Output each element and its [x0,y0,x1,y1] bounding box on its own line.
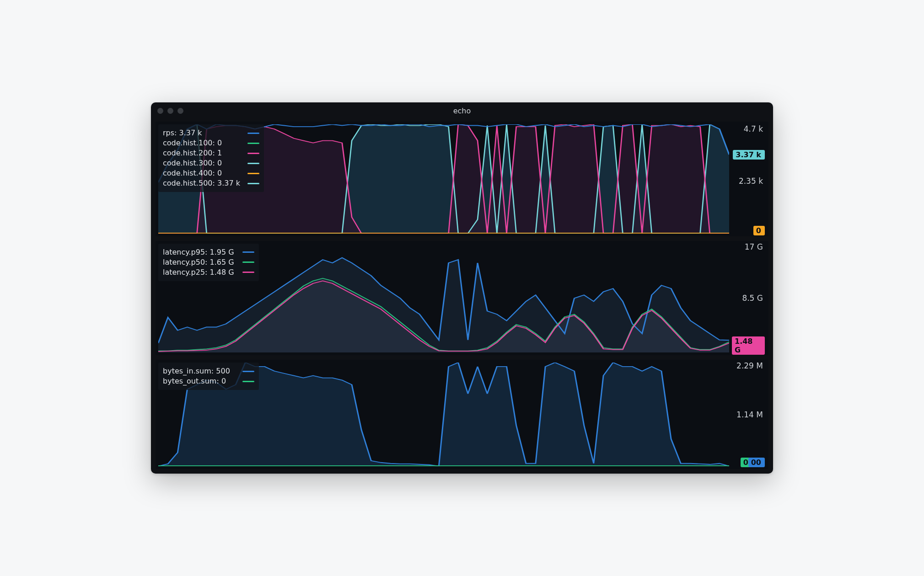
axis-badge: 3.37 k [733,150,765,160]
chart-rps-legend: rps: 3.37 kcode.hist.100: 0code.hist.200… [158,124,264,192]
legend-label: bytes_in.sum: 500 [163,366,230,376]
chart-latency: 17 G8.5 G01.48 G latency.p95: 1.95 Glate… [156,241,768,356]
axis-tick: 2.29 M [736,361,763,370]
chart-latency-axis: 17 G8.5 G01.48 G [732,244,765,353]
axis-badge: 00 [748,458,765,467]
legend-swatch [242,251,254,253]
chart-latency-legend: latency.p95: 1.95 Glatency.p50: 1.65 Gla… [158,244,259,281]
legend-row: rps: 3.37 k [163,128,259,138]
legend-swatch [242,272,254,273]
legend-row: latency.p50: 1.65 G [163,257,254,267]
legend-row: code.hist.400: 0 [163,168,259,178]
legend-label: rps: 3.37 k [163,128,202,138]
chart-rps-axis: 4.7 k2.35 k03.37 k0 [732,124,765,234]
legend-label: code.hist.500: 3.37 k [163,178,240,188]
legend-swatch [247,163,259,164]
legend-label: latency.p50: 1.65 G [163,257,234,267]
legend-row: latency.p25: 1.48 G [163,267,254,277]
legend-label: latency.p25: 1.48 G [163,267,234,277]
app-window: echo 4.7 k2.35 k03.37 k0 rps: 3.37 kcode… [151,102,773,474]
axis-tick: 17 G [745,242,763,251]
window-title: echo [151,107,773,115]
chart-bytes: 2.29 M1.14 M000 bytes_in.sum: 500bytes_o… [156,360,768,469]
legend-row: code.hist.200: 1 [163,148,259,158]
axis-tick: 8.5 G [742,293,763,303]
chart-bytes-axis: 2.29 M1.14 M000 [732,363,765,466]
legend-row: bytes_in.sum: 500 [163,366,254,376]
legend-swatch [247,143,259,144]
legend-label: latency.p95: 1.95 G [163,247,234,257]
legend-label: code.hist.400: 0 [163,168,222,178]
legend-swatch [247,183,259,184]
legend-swatch [242,381,254,382]
legend-swatch [242,261,254,263]
legend-swatch [247,173,259,174]
legend-swatch [247,133,259,134]
axis-tick: 4.7 k [744,124,763,133]
legend-row: code.hist.500: 3.37 k [163,178,259,188]
legend-row: bytes_out.sum: 0 [163,376,254,386]
legend-swatch [242,371,254,372]
axis-badge: 0 [753,226,765,235]
legend-label: bytes_out.sum: 0 [163,376,226,386]
legend-label: code.hist.100: 0 [163,138,222,148]
legend-label: code.hist.300: 0 [163,158,222,168]
titlebar[interactable]: echo [151,102,773,119]
legend-swatch [247,153,259,154]
axis-badge: 1.48 G [732,336,765,355]
axis-tick: 1.14 M [736,410,763,419]
legend-row: code.hist.300: 0 [163,158,259,168]
chart-rps: 4.7 k2.35 k03.37 k0 rps: 3.37 kcode.hist… [156,122,768,236]
legend-row: latency.p95: 1.95 G [163,247,254,257]
axis-tick: 2.35 k [739,176,763,186]
legend-label: code.hist.200: 1 [163,148,222,158]
legend-row: code.hist.100: 0 [163,138,259,148]
chart-bytes-legend: bytes_in.sum: 500bytes_out.sum: 0 [158,363,259,390]
charts-container: 4.7 k2.35 k03.37 k0 rps: 3.37 kcode.hist… [151,119,773,474]
